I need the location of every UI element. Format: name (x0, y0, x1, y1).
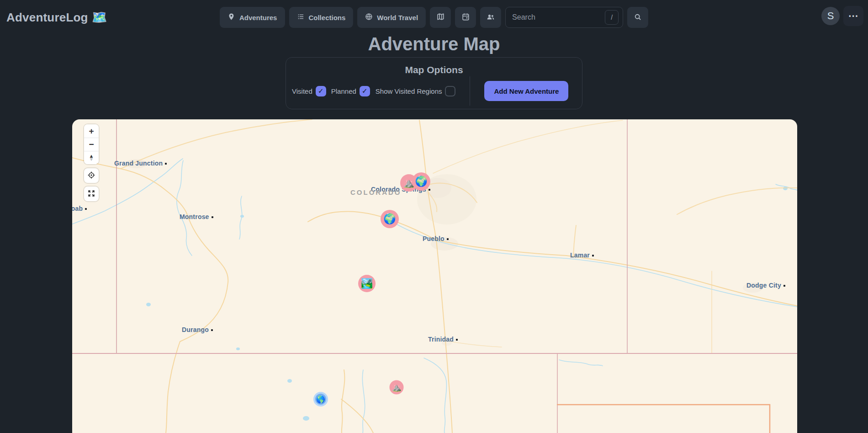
users-icon (486, 12, 495, 23)
city-dot (447, 238, 449, 240)
adventure-marker-planned-globe[interactable]: 🌎 (313, 392, 328, 406)
adventure-marker-national-park[interactable]: 🏞️ (358, 275, 376, 292)
filter-visited[interactable]: Visited (292, 86, 326, 96)
zoom-control-group: + − ▲▼ (84, 124, 99, 164)
city-dot (783, 285, 785, 287)
lakes (146, 187, 788, 421)
map-label-pueblo: Pueblo (423, 235, 449, 242)
roads (72, 119, 797, 433)
show-visited-regions-checkbox[interactable] (445, 86, 455, 96)
nav-adventures-button[interactable]: Adventures (220, 7, 285, 28)
highlight-region-border (557, 405, 770, 433)
geolocate-target-icon (87, 171, 96, 181)
map-label-moab: Moab (72, 205, 87, 212)
search-shortcut-kbd: / (605, 10, 619, 25)
calendar-icon (461, 12, 470, 22)
calendar-button[interactable] (455, 7, 476, 28)
list-icon (296, 13, 304, 22)
city-dot (456, 339, 458, 341)
ellipsis-icon: ⋯ (848, 10, 859, 22)
nav-collections-button[interactable]: Collections (289, 7, 353, 28)
app-logo-text: AdventureLog (6, 11, 88, 25)
map-label-colorado-state: COLORADO (350, 188, 402, 196)
map-options-card: Map Options Visited Planned Show Visited… (286, 57, 582, 109)
folded-map-icon (436, 12, 445, 22)
state-borders (72, 119, 797, 433)
app-logo[interactable]: AdventureLog 🗺️ (6, 10, 107, 25)
navbar: AdventureLog 🗺️ Adventures Collections W… (0, 0, 868, 35)
map-view-button[interactable] (430, 7, 451, 28)
map-options-title: Map Options (286, 64, 582, 75)
map-options-row: Visited Planned Show Visited Regions Add… (292, 80, 582, 102)
map-label-trinidad: Trinidad (428, 336, 458, 343)
plus-icon: + (89, 126, 94, 136)
search-icon (634, 13, 642, 22)
compass-icon: ▲▼ (89, 155, 94, 161)
city-dot (212, 216, 213, 218)
adventure-marker-globe[interactable]: 🌍 (412, 172, 430, 191)
fullscreen-button[interactable] (84, 187, 99, 201)
adventure-marker-mountain[interactable]: ⛰️ (390, 380, 404, 395)
map-canvas[interactable] (72, 119, 797, 433)
city-dot (85, 208, 87, 210)
visited-checkbox[interactable] (316, 86, 326, 96)
map-label-montrose: Montrose (180, 213, 213, 220)
city-dot (211, 329, 213, 331)
zoom-out-button[interactable]: − (84, 138, 99, 151)
map-label-durango: Durango (182, 326, 213, 333)
city-dot (165, 163, 167, 165)
zoom-in-button[interactable]: + (84, 124, 99, 138)
shared-users-button[interactable] (480, 7, 501, 28)
location-pin-icon (228, 13, 235, 22)
city-dot (592, 255, 594, 257)
planned-checkbox[interactable] (360, 86, 370, 96)
overflow-menu-button[interactable]: ⋯ (843, 6, 863, 26)
search-submit-button[interactable] (627, 7, 648, 28)
geolocate-button[interactable] (84, 168, 99, 183)
map-label-lamar: Lamar (570, 251, 594, 259)
urban-areas (125, 159, 763, 346)
city-dot (429, 189, 430, 191)
map-label-dodge-city: Dodge City (746, 282, 785, 289)
globe-icon (365, 13, 373, 22)
nav-center: Adventures Collections World Travel / (220, 7, 648, 28)
user-avatar[interactable]: S (821, 7, 840, 25)
search-bar: / (505, 7, 623, 28)
filter-show-visited-regions[interactable]: Show Visited Regions (376, 86, 456, 96)
page-title: Adventure Map (0, 34, 868, 54)
map-label-grand-junction: Grand Junction (114, 160, 167, 167)
adventure-marker-globe[interactable]: 🌍 (381, 210, 399, 228)
nav-world-travel-button[interactable]: World Travel (357, 7, 426, 28)
filter-planned[interactable]: Planned (331, 86, 370, 96)
search-input[interactable] (512, 13, 605, 21)
map-emoji-icon: 🗺️ (92, 10, 107, 25)
add-new-adventure-button[interactable]: Add New Adventure (484, 81, 568, 101)
nav-right: S ⋯ (821, 6, 863, 26)
compass-button[interactable]: ▲▼ (84, 151, 99, 164)
fullscreen-expand-icon (87, 189, 95, 199)
options-divider (470, 76, 470, 106)
minus-icon: − (89, 139, 94, 150)
adventure-map[interactable]: Grand Junction Moab Montrose Colorado Sp… (72, 119, 797, 433)
